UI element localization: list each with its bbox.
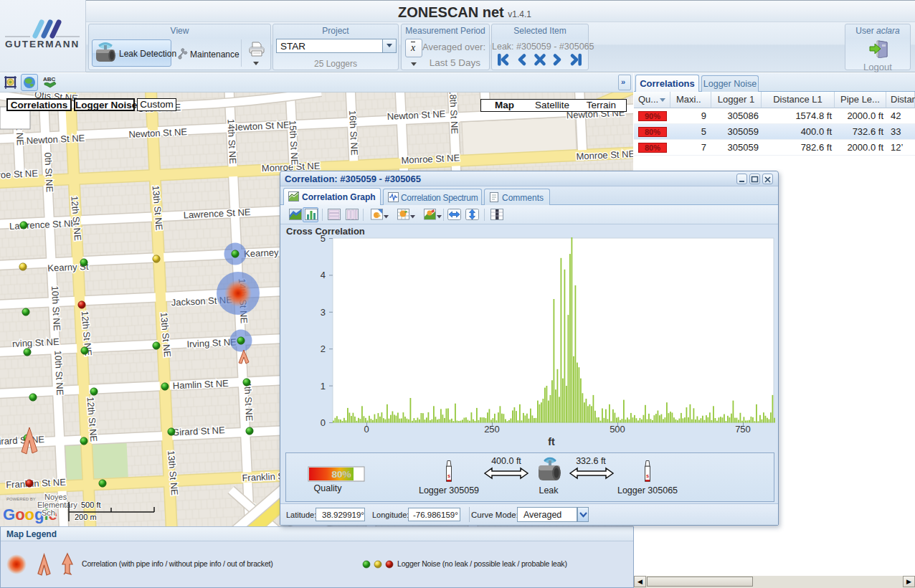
svg-text:16th St NE: 16th St NE xyxy=(347,110,360,156)
svg-text:332.6 ft: 332.6 ft xyxy=(576,456,606,466)
svg-text:10th St NE: 10th St NE xyxy=(49,285,62,331)
svg-text:200 m: 200 m xyxy=(75,513,97,521)
svg-text:10th St NE: 10th St NE xyxy=(52,350,65,396)
svg-text:Logger 305065: Logger 305065 xyxy=(617,485,678,495)
svg-text:POWERED BY: POWERED BY xyxy=(6,497,36,501)
svg-text:Logger Noise (no leak / possib: Logger Noise (no leak / possible leak / … xyxy=(397,559,567,568)
svg-text:ABC: ABC xyxy=(43,76,56,82)
svg-text:80%: 80% xyxy=(331,469,351,480)
svg-text:0: 0 xyxy=(321,417,326,428)
svg-text:4th St NE: 4th St NE xyxy=(242,381,255,422)
svg-text:5: 5 xyxy=(321,233,326,244)
svg-text:18th St NE: 18th St NE xyxy=(447,93,460,135)
svg-text:1: 1 xyxy=(321,381,326,392)
svg-text:Logger 305059: Logger 305059 xyxy=(419,485,479,495)
svg-text:400.0 ft: 400.0 ft xyxy=(491,456,521,466)
svg-text:GUTERMANN: GUTERMANN xyxy=(5,39,80,49)
svg-text:Quality: Quality xyxy=(314,483,343,493)
svg-text:ft: ft xyxy=(548,436,555,447)
svg-text:Correlation (with pipe info /: Correlation (with pipe info / without pi… xyxy=(82,559,273,568)
svg-text:15th St NE: 15th St NE xyxy=(288,120,300,166)
svg-text:2: 2 xyxy=(321,343,326,354)
svg-text:Kearney: Kearney xyxy=(244,247,280,259)
svg-text:500 ft: 500 ft xyxy=(81,501,101,509)
svg-text:3: 3 xyxy=(321,307,326,318)
svg-text:rving St NE: rving St NE xyxy=(12,336,60,349)
svg-text:Sch: Sch xyxy=(42,508,55,517)
svg-text:s: s xyxy=(447,473,450,479)
svg-text:4: 4 xyxy=(321,270,326,280)
svg-text:Leak: Leak xyxy=(539,485,559,495)
svg-text:s: s xyxy=(646,473,649,479)
svg-text:14th St NE: 14th St NE xyxy=(225,118,238,164)
svg-text:0th St NE: 0th St NE xyxy=(42,152,55,193)
svg-text:roe St NE: roe St NE xyxy=(0,168,39,181)
svg-text:irard St NE: irard St NE xyxy=(0,434,45,447)
